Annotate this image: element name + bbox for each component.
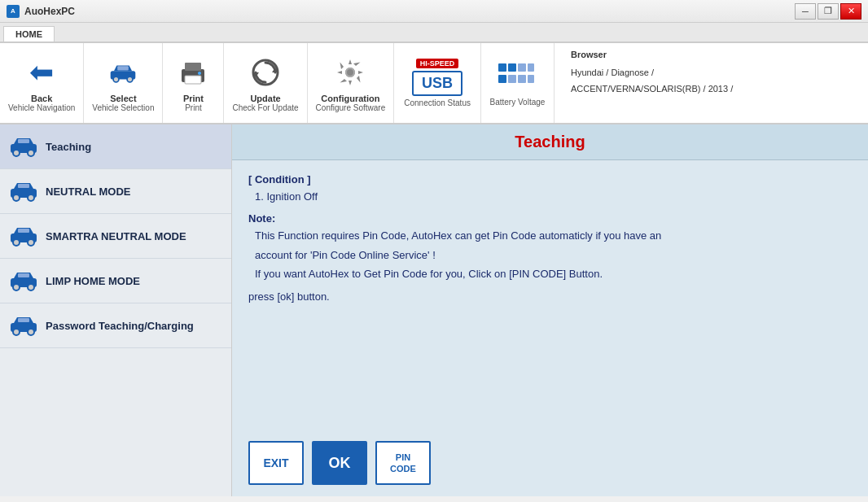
toolbar-browser: Browser Hyundai / Diagnose / ACCENT/VERN… (555, 43, 868, 123)
svg-rect-16 (528, 63, 534, 72)
select-icon (105, 55, 141, 90)
sidebar-item-teaching[interactable]: Teaching (0, 124, 231, 169)
back-label: Back (31, 94, 52, 103)
print-sublabel: Print (185, 103, 202, 112)
sidebar-label-teaching: Teaching (46, 141, 91, 153)
toolbar-select[interactable]: Select Vehicle Selection (84, 43, 163, 123)
browser-path2: ACCENT/VERNA/SOLARIS(RB) / 2013 / (571, 81, 852, 97)
restore-button[interactable]: ❐ (818, 3, 839, 20)
battery-sublabel: Battery Voltage (490, 98, 546, 107)
svg-rect-15 (518, 63, 526, 72)
svg-point-1 (113, 76, 119, 82)
window-controls: ─ ❐ ✕ (795, 3, 861, 20)
sidebar: Teaching NEUTRAL MODE (0, 124, 232, 496)
browser-path1: Hyundai / Diagnose / (571, 64, 852, 81)
ok-button[interactable]: OK (312, 441, 367, 485)
svg-point-34 (13, 284, 20, 290)
usb-speed-badge: HI-SPEED (416, 59, 459, 68)
svg-rect-17 (498, 75, 506, 83)
toolbar-battery[interactable]: Battery Voltage (481, 43, 555, 123)
toolbar-back[interactable]: ⬅ Back Vehicle Navigation (0, 43, 84, 123)
svg-point-22 (13, 150, 20, 156)
svg-point-31 (28, 239, 34, 246)
svg-rect-6 (185, 76, 201, 84)
back-sublabel: Vehicle Navigation (8, 103, 75, 112)
tab-home[interactable]: HOME (3, 26, 55, 41)
print-icon (175, 55, 211, 90)
press-text: press [ok] button. (248, 290, 852, 303)
svg-point-35 (28, 284, 34, 290)
svg-rect-40 (18, 318, 29, 322)
condition-item: 1. Ignition Off (255, 190, 852, 203)
sidebar-item-limp[interactable]: LIMP HOME MODE (0, 259, 231, 303)
svg-rect-24 (18, 139, 29, 143)
update-sublabel: Check For Update (232, 103, 298, 112)
svg-rect-5 (185, 63, 201, 71)
svg-rect-13 (498, 63, 506, 72)
configuration-sublabel: Configure Software (316, 103, 386, 112)
sidebar-label-neutral-mode: NEUTRAL MODE (46, 186, 130, 198)
title-bar: A AuoHexPC ─ ❐ ✕ (0, 0, 868, 23)
svg-rect-19 (518, 75, 526, 83)
sidebar-car-icon-2 (10, 177, 37, 205)
svg-point-26 (13, 194, 20, 201)
sidebar-item-smartra[interactable]: SMARTRA NEUTRAL MODE (0, 214, 231, 259)
update-label: Update (250, 94, 280, 103)
print-label: Print (183, 94, 204, 103)
sidebar-label-smartra: SMARTRA NEUTRAL MODE (46, 230, 186, 242)
svg-point-23 (28, 150, 34, 156)
configuration-label: Configuration (321, 94, 379, 103)
exit-button[interactable]: EXIT (248, 441, 304, 485)
svg-rect-32 (18, 229, 29, 233)
select-label: Select (110, 94, 136, 103)
svg-point-30 (13, 239, 20, 246)
content-body: [ Condition ] 1. Ignition Off Note: This… (232, 160, 868, 430)
sidebar-car-icon-1 (10, 133, 37, 160)
close-button[interactable]: ✕ (840, 3, 861, 20)
content-panel: Teaching [ Condition ] 1. Ignition Off N… (232, 124, 868, 496)
toolbar-usb[interactable]: HI-SPEED USB Connection Status (394, 43, 481, 123)
svg-point-2 (127, 76, 133, 82)
condition-header: [ Condition ] (248, 173, 852, 186)
svg-point-7 (198, 72, 201, 75)
sidebar-item-password[interactable]: Password Teaching/Charging (0, 303, 231, 348)
select-sublabel: Vehicle Selection (92, 103, 154, 112)
sidebar-car-icon-5 (10, 312, 37, 339)
note-label: Note: (248, 212, 852, 225)
config-icon (332, 55, 368, 90)
svg-rect-3 (118, 66, 129, 70)
usb-logo: USB (412, 71, 462, 96)
note-text-1: This Function requires Pin Code, AutoHex… (255, 228, 852, 244)
toolbar-configuration[interactable]: Configuration Configure Software (308, 43, 395, 123)
sidebar-car-icon-4 (10, 267, 37, 295)
svg-rect-36 (18, 273, 29, 277)
toolbar-print[interactable]: Print Print (163, 43, 224, 123)
main-area: Teaching NEUTRAL MODE (0, 124, 868, 496)
sidebar-item-neutral-mode[interactable]: NEUTRAL MODE (0, 169, 231, 214)
note-text-3: If you want AutoHex to Get Pin Code for … (255, 266, 852, 282)
back-icon: ⬅ (24, 55, 59, 90)
pin-code-button[interactable]: PIN CODE (375, 441, 431, 485)
sidebar-label-limp: LIMP HOME MODE (46, 275, 140, 287)
svg-rect-28 (18, 184, 29, 188)
minimize-button[interactable]: ─ (795, 3, 816, 20)
toolbar: ⬅ Back Vehicle Navigation Select Vehicle… (0, 43, 868, 124)
content-title: Teaching (232, 124, 868, 160)
svg-point-39 (28, 329, 34, 335)
update-icon (248, 55, 283, 90)
content-buttons: EXIT OK PIN CODE (232, 430, 868, 496)
app-icon: A (7, 5, 20, 18)
svg-rect-18 (508, 75, 516, 83)
usb-sublabel: Connection Status (404, 98, 471, 107)
svg-point-27 (28, 194, 34, 201)
browser-label: Browser (571, 50, 852, 59)
toolbar-update[interactable]: Update Check For Update (224, 43, 307, 123)
tab-bar: HOME (0, 23, 868, 43)
app-title: AuoHexPC (24, 6, 75, 17)
svg-rect-14 (508, 63, 516, 72)
sidebar-car-icon-3 (10, 222, 37, 250)
battery-icon (497, 60, 537, 93)
svg-rect-20 (528, 75, 534, 83)
note-text-2: account for 'Pin Code Online Service' ! (255, 247, 852, 264)
title-bar-left: A AuoHexPC (7, 5, 75, 18)
